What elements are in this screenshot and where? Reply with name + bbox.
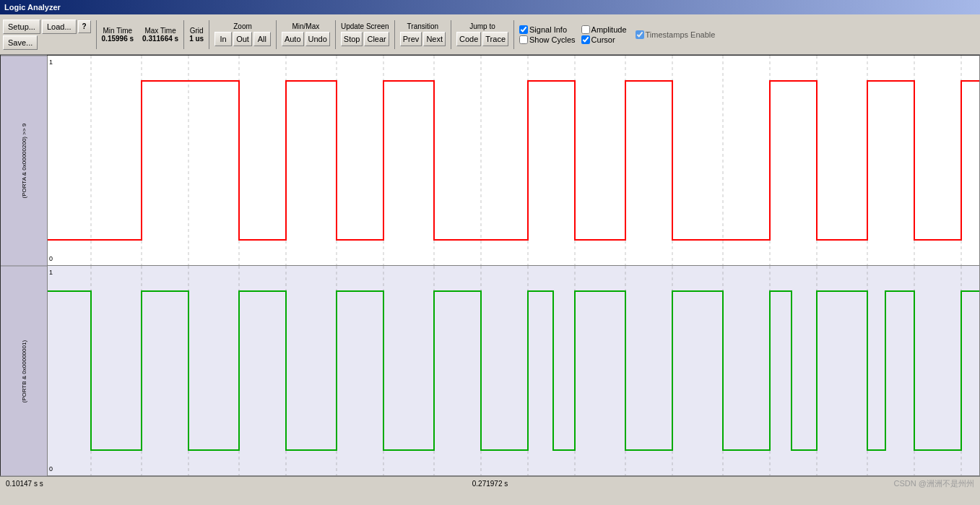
- minmax-label: Min/Max: [292, 22, 319, 30]
- cursor-checkbox-label[interactable]: Cursor: [581, 35, 627, 44]
- load-button[interactable]: Load...: [42, 20, 77, 34]
- zoom-out-button[interactable]: Out: [233, 32, 252, 46]
- min-time-value: 0.15996 s: [102, 35, 134, 43]
- jump-to-group: Jump to Code Trace: [456, 22, 508, 46]
- timestamps-checkbox[interactable]: [636, 30, 644, 39]
- signal-panel: (PORTA & 0x00000200) >> 9 (PORTB & 0x000…: [0, 55, 980, 476]
- min-time-group: Min Time 0.15996 s: [102, 27, 134, 43]
- undo-button[interactable]: Undo: [305, 32, 330, 46]
- ch1-y0-label: 0: [49, 255, 53, 262]
- setup-button[interactable]: Setup...: [3, 20, 40, 34]
- ch1-svg: [48, 56, 979, 265]
- timestamps-group: Timestamps Enable: [636, 30, 716, 39]
- max-time-group: Max Time 0.311664 s: [142, 27, 178, 43]
- zoom-label: Zoom: [233, 22, 252, 30]
- status-left-unit: s: [40, 480, 43, 488]
- transition-group: Transition Prev Next: [400, 22, 446, 46]
- signal-info-checkbox[interactable]: [519, 25, 528, 34]
- ch2-svg: [48, 266, 979, 475]
- jump-to-label: Jump to: [469, 22, 495, 30]
- sep5: [335, 20, 336, 49]
- save-button[interactable]: Save...: [3, 35, 38, 50]
- status-center-time: 0.271972 s: [472, 480, 508, 488]
- max-time-value: 0.311664 s: [142, 35, 178, 43]
- max-time-label: Max Time: [144, 27, 175, 35]
- watermark: CSDN @洲洲不是州州: [894, 478, 974, 489]
- update-screen-label: Update Screen: [341, 22, 389, 30]
- help-button[interactable]: ?: [78, 20, 91, 33]
- sep3: [209, 20, 209, 49]
- channel-1-label: (PORTA & 0x00000200) >> 9: [1, 56, 47, 266]
- min-time-label: Min Time: [103, 27, 133, 35]
- file-group: Setup... Load... ? Save...: [3, 20, 91, 50]
- zoom-all-button[interactable]: All: [253, 32, 271, 46]
- zoom-group: Zoom In Out All: [214, 22, 271, 46]
- sep1: [96, 20, 97, 49]
- signal-info-checkbox-label[interactable]: Signal Info: [519, 25, 576, 34]
- minmax-group: Min/Max Auto Undo: [282, 22, 330, 46]
- stop-button[interactable]: Stop: [341, 32, 363, 46]
- checkbox-group2: Amplitude Cursor: [581, 25, 627, 44]
- clear-button[interactable]: Clear: [364, 32, 389, 46]
- zoom-in-button[interactable]: In: [214, 32, 232, 46]
- channel-2-waveform[interactable]: 1 0: [48, 266, 979, 475]
- ch2-y0-label: 0: [49, 465, 53, 472]
- grid-label: Grid: [190, 27, 204, 35]
- waveform-display: 1 0: [48, 56, 979, 475]
- app-title: Logic Analyzer: [4, 3, 61, 12]
- ch1-y1-label: 1: [49, 59, 53, 66]
- amplitude-checkbox-label[interactable]: Amplitude: [581, 25, 627, 34]
- grid-value: 1 us: [189, 35, 204, 43]
- sep7: [451, 20, 451, 49]
- sep6: [394, 20, 395, 49]
- amplitude-checkbox[interactable]: [581, 25, 590, 34]
- cursor-label: Cursor: [591, 35, 615, 44]
- title-bar: Logic Analyzer: [0, 0, 980, 14]
- signal-label-column: (PORTA & 0x00000200) >> 9 (PORTB & 0x000…: [1, 56, 48, 475]
- prev-button[interactable]: Prev: [400, 32, 422, 46]
- main-area: (PORTA & 0x00000200) >> 9 (PORTB & 0x000…: [0, 55, 980, 491]
- sep8: [513, 20, 514, 49]
- status-bar: 0.10147 s s 0.271972 s: [0, 476, 980, 491]
- ch2-y1-label: 1: [49, 269, 53, 276]
- show-cycles-label: Show Cycles: [529, 35, 576, 44]
- timestamps-checkbox-label[interactable]: Timestamps Enable: [636, 30, 716, 39]
- channel-2-label: (PORTB & 0x00000001): [1, 266, 47, 476]
- sep2: [183, 20, 184, 49]
- signal-info-label: Signal Info: [529, 25, 567, 34]
- code-button[interactable]: Code: [456, 32, 481, 46]
- channel-1-waveform[interactable]: 1 0: [48, 56, 979, 266]
- auto-button[interactable]: Auto: [282, 32, 304, 46]
- status-left-time: 0.10147 s s: [6, 480, 43, 488]
- checkbox-group1: Signal Info Show Cycles: [519, 25, 576, 44]
- trace-button[interactable]: Trace: [482, 32, 508, 46]
- amplitude-label: Amplitude: [591, 25, 627, 34]
- timestamps-label: Timestamps Enable: [646, 30, 716, 39]
- grid-group: Grid 1 us: [189, 27, 204, 43]
- next-button[interactable]: Next: [423, 32, 446, 46]
- sep4: [276, 20, 277, 49]
- show-cycles-checkbox-label[interactable]: Show Cycles: [519, 35, 576, 44]
- toolbar: Setup... Load... ? Save... Min Time 0.15…: [0, 14, 980, 55]
- show-cycles-checkbox[interactable]: [519, 35, 528, 44]
- update-screen-group: Update Screen Stop Clear: [341, 22, 389, 46]
- cursor-checkbox[interactable]: [581, 35, 590, 44]
- transition-label: Transition: [407, 22, 439, 30]
